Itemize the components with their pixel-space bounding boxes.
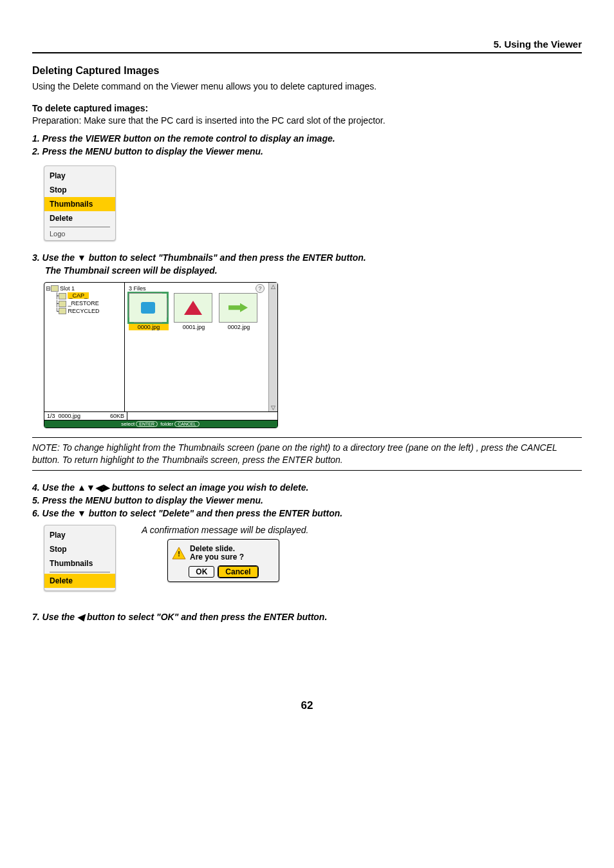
viewer-menu-figure-2: Play Stop Thumbnails Delete bbox=[44, 525, 116, 591]
thumbnail-label-1: 0001.jpg bbox=[174, 324, 214, 330]
menu-item-delete[interactable]: Delete bbox=[44, 211, 115, 225]
hint-select: select bbox=[121, 421, 135, 427]
chapter-title: 5. Using the Viewer bbox=[494, 39, 582, 50]
help-icon[interactable]: ? bbox=[256, 284, 265, 293]
step-7: 7. Use the ◀ button to select "OK" and t… bbox=[32, 612, 582, 622]
confirm-dialog: ! Delete slide. Are you sure ? OK Cancel bbox=[167, 539, 279, 583]
confirm-line2: Are you sure ? bbox=[190, 552, 244, 561]
thumbnail-item-1[interactable]: 0001.jpg bbox=[174, 293, 214, 330]
scroll-up-icon[interactable]: △ bbox=[271, 283, 275, 290]
hint-enter-key: ENTER bbox=[136, 421, 158, 427]
page: 5. Using the Viewer Deleting Captured Im… bbox=[0, 0, 614, 738]
ok-button[interactable]: OK bbox=[189, 566, 214, 578]
tree-folder-restore[interactable]: ├_RESTORE bbox=[46, 300, 123, 308]
thumbnail-image-2 bbox=[219, 293, 257, 323]
note-rule-bottom bbox=[32, 470, 582, 471]
confirm-message: Delete slide. Are you sure ? bbox=[190, 545, 244, 563]
menu-item-play[interactable]: Play bbox=[44, 169, 115, 183]
viewer-menu-figure-1: Play Stop Thumbnails Delete Logo bbox=[44, 165, 116, 241]
note-text: NOTE: To change highlight from the Thumb… bbox=[32, 442, 582, 466]
step-4: 4. Use the ▲▼◀▶ buttons to select an ima… bbox=[32, 482, 582, 493]
page-number: 62 bbox=[32, 699, 582, 712]
menu-item-thumbnails[interactable]: Thumbnails bbox=[44, 197, 115, 211]
status-index: 1/3 bbox=[47, 413, 55, 419]
note-rule-top bbox=[32, 437, 582, 438]
step-2: 2. Press the MENU button to display the … bbox=[32, 146, 582, 156]
status-right bbox=[127, 412, 277, 420]
file-count: 3 Files bbox=[129, 285, 267, 292]
warning-icon: ! bbox=[172, 547, 186, 560]
menu2-item-delete[interactable]: Delete bbox=[44, 574, 115, 588]
menu-item-logo-cutoff: Logo bbox=[44, 229, 115, 238]
step-1: 1. Press the VIEWER button on the remote… bbox=[32, 133, 582, 144]
tree-folder-recycled[interactable]: └RECYCLED bbox=[46, 308, 123, 316]
tree-folder-cap[interactable]: ├_CAP_ bbox=[46, 292, 123, 300]
intro-paragraph: Using the Delete command on the Viewer m… bbox=[32, 80, 582, 93]
confirm-line1: Delete slide. bbox=[190, 544, 235, 553]
step-3: 3. Use the ▼ button to select "Thumbnail… bbox=[32, 252, 582, 263]
status-size: 60KB bbox=[110, 413, 124, 419]
thumbnail-image-1 bbox=[174, 293, 212, 323]
step-6-figures: Play Stop Thumbnails Delete A confirmati… bbox=[32, 521, 582, 603]
hint-bar: selectENTER folderCANCEL bbox=[44, 420, 277, 428]
thumbnail-item-2[interactable]: 0002.jpg bbox=[219, 293, 259, 330]
menu2-separator bbox=[50, 572, 110, 572]
cancel-button[interactable]: Cancel bbox=[218, 566, 257, 578]
thumbnail-image-0 bbox=[129, 293, 167, 323]
menu2-item-thumbnails[interactable]: Thumbnails bbox=[44, 556, 115, 571]
menu2-item-stop[interactable]: Stop bbox=[44, 542, 115, 556]
thumbnail-label-2: 0002.jpg bbox=[219, 324, 259, 330]
thumbnails-pane[interactable]: ? 3 Files 0000.jpg 0001.jpg bbox=[125, 283, 277, 411]
arrow-shape-icon bbox=[228, 303, 248, 312]
chapter-header: 5. Using the Viewer bbox=[32, 39, 582, 53]
hint-cancel-key: CANCEL bbox=[174, 421, 199, 427]
step-6: 6. Use the ▼ button to select "Delete" a… bbox=[32, 508, 582, 518]
step-6-note: A confirmation message will be displayed… bbox=[142, 525, 582, 535]
status-bar: 1/3 0000.jpg 60KB bbox=[44, 411, 277, 420]
directory-tree[interactable]: ⊟Slot 1 ├_CAP_ ├_RESTORE └RECYCLED bbox=[44, 283, 125, 411]
thumbnail-item-0[interactable]: 0000.jpg bbox=[129, 293, 169, 330]
menu-item-stop[interactable]: Stop bbox=[44, 183, 115, 197]
scrollbar[interactable]: △ ▽ bbox=[268, 283, 277, 411]
menu-separator bbox=[50, 227, 110, 227]
preparation-text: Preparation: Make sure that the PC card … bbox=[32, 115, 582, 127]
hint-folder: folder bbox=[160, 421, 173, 427]
triangle-shape-icon bbox=[184, 301, 202, 315]
thumbnail-window-figure: ⊟Slot 1 ├_CAP_ ├_RESTORE └RECYCLED ? 3 F… bbox=[44, 282, 278, 428]
status-left: 1/3 0000.jpg 60KB bbox=[44, 412, 127, 420]
svg-text:!: ! bbox=[178, 551, 180, 558]
menu2-item-play[interactable]: Play bbox=[44, 528, 115, 542]
thumbnail-label-0: 0000.jpg bbox=[129, 324, 169, 330]
scroll-down-icon[interactable]: ▽ bbox=[271, 404, 275, 411]
square-shape-icon bbox=[141, 302, 155, 314]
subheading: To delete captured images: bbox=[32, 103, 582, 113]
status-file: 0000.jpg bbox=[59, 413, 81, 419]
step-5: 5. Press the MENU button to display the … bbox=[32, 495, 582, 505]
section-title: Deleting Captured Images bbox=[32, 65, 582, 77]
tree-root[interactable]: ⊟Slot 1 bbox=[46, 285, 123, 293]
step-3-sub: The Thumbnail screen will be displayed. bbox=[45, 265, 582, 276]
